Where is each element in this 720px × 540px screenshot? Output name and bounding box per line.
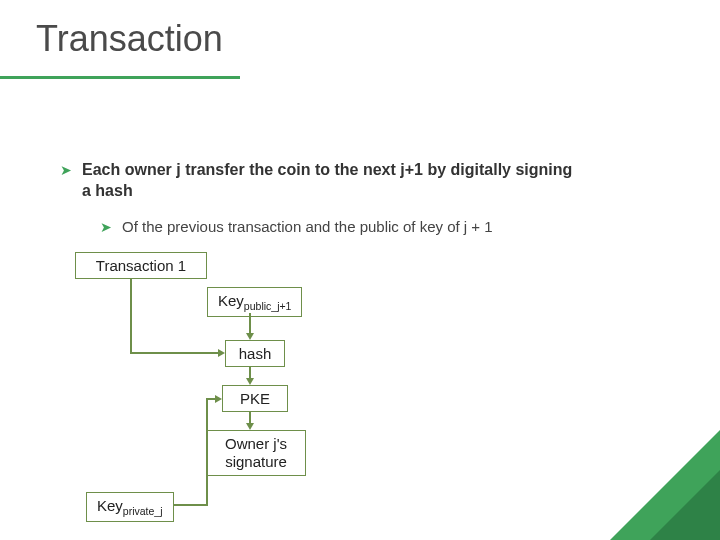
box-transaction-1-label: Transaction 1 xyxy=(96,257,186,274)
box-owner-signature: Owner j's signature xyxy=(206,430,306,476)
arrow-bullet-icon: ➤ xyxy=(60,161,72,180)
box-hash: hash xyxy=(225,340,285,367)
connector xyxy=(130,352,218,354)
box-key-public-sub: public_j+1 xyxy=(244,300,292,312)
box-signature-line2: signature xyxy=(225,453,287,470)
arrowhead-icon xyxy=(246,378,254,385)
box-key-private-label: Key xyxy=(97,497,123,514)
box-key-public-label: Key xyxy=(218,292,244,309)
bullet-sub-text: Of the previous transaction and the publ… xyxy=(122,218,493,235)
connector xyxy=(130,278,132,352)
box-key-private-sub: private_j xyxy=(123,505,163,517)
box-key-private: Keyprivate_j xyxy=(86,492,174,522)
box-pke-label: PKE xyxy=(240,390,270,407)
box-signature-line1: Owner j's xyxy=(225,435,287,452)
bullet-main-text: Each owner j transfer the coin to the ne… xyxy=(82,160,582,202)
box-transaction-1: Transaction 1 xyxy=(75,252,207,279)
arrow-bullet-icon: ➤ xyxy=(100,219,112,235)
arrowhead-icon xyxy=(246,333,254,340)
box-pke: PKE xyxy=(222,385,288,412)
connector xyxy=(206,398,208,506)
decorative-corner-inner xyxy=(650,470,720,540)
box-hash-label: hash xyxy=(239,345,272,362)
bullet-main: ➤Each owner j transfer the coin to the n… xyxy=(60,160,600,202)
slide-title: Transaction xyxy=(36,18,223,60)
title-underline xyxy=(0,76,240,79)
connector xyxy=(174,504,208,506)
connector xyxy=(249,313,251,335)
bullet-sub: ➤Of the previous transaction and the pub… xyxy=(100,218,640,235)
arrowhead-icon xyxy=(215,395,222,403)
arrowhead-icon xyxy=(246,423,254,430)
box-key-public: Keypublic_j+1 xyxy=(207,287,302,317)
arrowhead-icon xyxy=(218,349,225,357)
